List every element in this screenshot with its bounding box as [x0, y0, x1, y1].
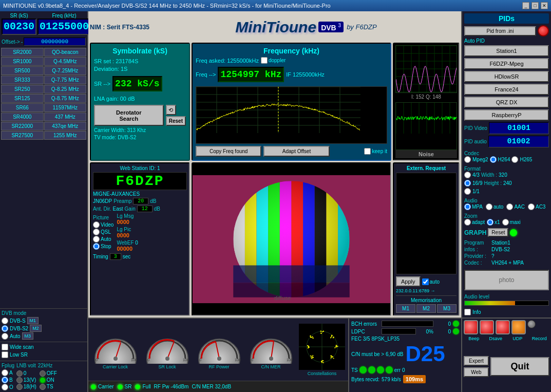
- expert-button[interactable]: Expert: [464, 356, 489, 366]
- gain-input[interactable]: [137, 206, 153, 212]
- udp-toggle[interactable]: [496, 320, 510, 334]
- fplug-o-radio[interactable]: [2, 384, 8, 390]
- pic-auto-radio[interactable]: [93, 236, 100, 242]
- mpa-radio[interactable]: [464, 203, 471, 210]
- preset-sr4000[interactable]: SR4000: [1, 113, 44, 121]
- maximize-button[interactable]: □: [531, 2, 539, 9]
- pid-from-button[interactable]: Pid from .ini: [464, 26, 536, 36]
- h265-radio[interactable]: [511, 156, 518, 163]
- preset-q825mhz[interactable]: Q-8.25 MHz: [44, 85, 87, 94]
- station1-button[interactable]: Station1: [464, 45, 549, 57]
- f6dzp-button[interactable]: F6DZP-Mpeg: [464, 58, 549, 69]
- pids-title: PIDs: [464, 13, 549, 24]
- h264-radio[interactable]: [490, 156, 497, 163]
- record-knob[interactable]: [527, 320, 536, 328]
- width-val: 320: [499, 172, 507, 178]
- record-toggle[interactable]: [511, 320, 526, 334]
- svg-rect-14: [233, 265, 349, 283]
- preset-sr27500[interactable]: SR27500: [1, 131, 44, 140]
- apply-button[interactable]: Apply: [396, 276, 421, 287]
- maxi-radio[interactable]: [502, 219, 509, 226]
- preset-q875mhz[interactable]: Q-8.75 MHz: [44, 94, 87, 103]
- pic-stop-radio[interactable]: [93, 243, 100, 250]
- audio-auto-radio[interactable]: [486, 203, 492, 210]
- preset-sr250[interactable]: SR250: [1, 85, 44, 94]
- sr-value[interactable]: 00230: [2, 18, 36, 35]
- preset-sr66[interactable]: SR66: [1, 103, 44, 112]
- expert-web-col: Expert Web: [464, 356, 489, 377]
- preset-sr1000[interactable]: SR1000: [1, 57, 44, 66]
- ldpc-led: [453, 328, 459, 334]
- preset-11597mhz[interactable]: 11597MHz: [44, 103, 87, 112]
- info-checkbox[interactable]: [464, 309, 471, 315]
- wide-scan-checkbox[interactable]: [2, 344, 8, 350]
- pid-audio-val[interactable]: 01002: [488, 136, 549, 147]
- fmt11-radio[interactable]: [464, 188, 471, 195]
- fplug-label: Fplug: [2, 363, 14, 368]
- mpeg2-radio[interactable]: [464, 156, 471, 163]
- low-sr-checkbox[interactable]: [2, 351, 8, 358]
- preset-sr22000[interactable]: SR22000: [1, 122, 44, 130]
- fmt43-radio[interactable]: [464, 172, 471, 178]
- ts-err-val: 0: [402, 367, 405, 373]
- graph-reset-button[interactable]: Reset: [488, 228, 508, 237]
- preamp-input[interactable]: [133, 198, 148, 204]
- qrz-dx-button[interactable]: QRZ DX: [464, 97, 549, 108]
- extern-input-area[interactable]: [396, 173, 457, 274]
- preset-437qe-mhz[interactable]: 437qe MHz: [44, 122, 87, 130]
- pid-toggle[interactable]: [538, 25, 549, 36]
- mem-m1-button[interactable]: M1: [396, 304, 415, 313]
- pic-video-radio[interactable]: [93, 221, 100, 228]
- web-button[interactable]: Web: [464, 367, 489, 377]
- preset-q45mhz[interactable]: Q-4.5MHz: [44, 57, 87, 66]
- m3-button[interactable]: M3: [22, 332, 34, 340]
- dvbs-radio[interactable]: [2, 318, 8, 324]
- auto-audio-row: auto: [486, 203, 503, 210]
- mem-m3-button[interactable]: M3: [437, 304, 457, 313]
- copy-freq-button[interactable]: Copy Freq found: [196, 146, 261, 157]
- extern-textarea[interactable]: [396, 173, 456, 274]
- quit-button[interactable]: Quit: [490, 357, 549, 376]
- preset-437mhz[interactable]: 437 MHz: [44, 113, 87, 121]
- derotator-icon[interactable]: ⟲: [166, 105, 176, 115]
- timing-input[interactable]: [110, 253, 121, 260]
- preset-q775mhz[interactable]: Q-7.75 MHz: [44, 76, 87, 84]
- preset-sr333[interactable]: SR333: [1, 76, 44, 84]
- pic-qsl-radio[interactable]: [93, 229, 100, 235]
- adapt-offset-button[interactable]: Adapt Offset: [263, 146, 329, 157]
- dvbs2-radio[interactable]: [2, 325, 8, 332]
- minimize-button[interactable]: _: [522, 2, 529, 9]
- ac3-radio[interactable]: [528, 203, 535, 210]
- doppler-checkbox[interactable]: [261, 57, 268, 64]
- preset-sr2000[interactable]: SR2000: [1, 48, 44, 57]
- adapt-radio[interactable]: [464, 219, 471, 226]
- mem-m2-button[interactable]: M2: [416, 304, 436, 313]
- auto-radio[interactable]: [2, 333, 8, 340]
- dsave-toggle[interactable]: [480, 320, 494, 334]
- beep-toggle[interactable]: [464, 320, 478, 334]
- fplug-a-radio[interactable]: [2, 369, 8, 376]
- pid-video-val[interactable]: 01001: [489, 122, 549, 134]
- preset-sr500[interactable]: SR500: [1, 66, 44, 75]
- hdlowsr-button[interactable]: HDlowSR: [464, 71, 549, 82]
- freq-value[interactable]: 01255000: [37, 18, 91, 35]
- m2-button[interactable]: M2: [30, 325, 42, 332]
- raspberryp-button[interactable]: RaspberryP: [464, 109, 549, 121]
- offset-value[interactable]: 00000000: [24, 38, 86, 46]
- m1-button[interactable]: M1: [27, 317, 39, 324]
- france24-button[interactable]: France24: [464, 84, 549, 95]
- fplug-b-radio[interactable]: [2, 377, 8, 383]
- reset-button[interactable]: Reset: [166, 116, 186, 126]
- close-button[interactable]: ✕: [541, 2, 548, 9]
- preset-q725mhz[interactable]: Q-7.25MHz: [44, 66, 87, 75]
- fmt169-radio[interactable]: [464, 180, 471, 186]
- preset-1255mhz[interactable]: 1255 MHz: [44, 131, 87, 140]
- keep-it-checkbox[interactable]: [364, 148, 371, 155]
- aac-radio[interactable]: [506, 203, 513, 210]
- preset-qo-beacon[interactable]: QO-beacon: [44, 48, 87, 57]
- x1-radio[interactable]: [487, 219, 493, 226]
- auto-checkbox[interactable]: [422, 278, 429, 285]
- third-row: Web Station ID: 1 F6DZP MIGNE-AUXANCES J…: [90, 162, 460, 316]
- preset-sr125[interactable]: SR125: [1, 94, 44, 103]
- derotator-button[interactable]: DerotatorSearch: [94, 105, 164, 126]
